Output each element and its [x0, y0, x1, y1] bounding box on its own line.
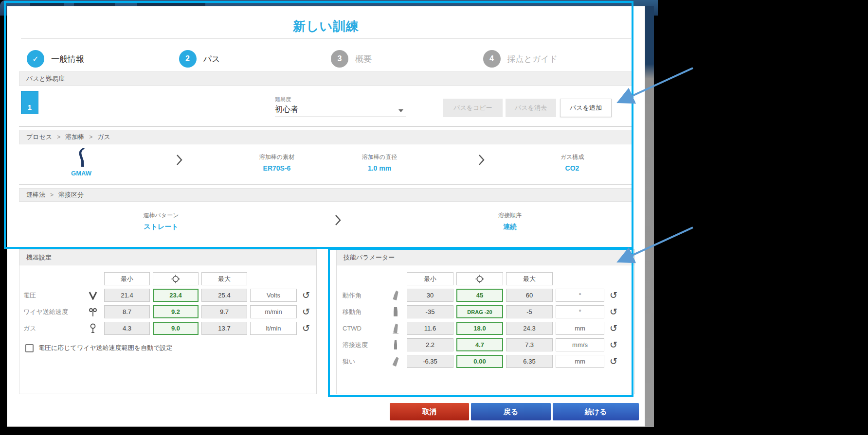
section-header-pass-difficulty: パスと難易度 [19, 71, 633, 86]
chevron-down-icon [398, 109, 403, 112]
step-overview[interactable]: 3 概要 [331, 48, 483, 70]
unit-select[interactable]: Volts [250, 289, 297, 302]
cancel-button[interactable]: 取消 [390, 403, 469, 420]
ctwd-icon [387, 323, 404, 334]
unit-select[interactable]: lt/min [250, 322, 297, 335]
travel-angle-icon [387, 307, 404, 317]
machine-settings-table: 最小 最大 電圧 21.4 23.4 [19, 272, 316, 335]
min-value[interactable]: 30 [407, 289, 453, 302]
row-label: 動作角 [343, 291, 384, 300]
max-value[interactable]: -5 [506, 305, 553, 318]
max-value[interactable]: 60 [506, 289, 553, 302]
max-value[interactable]: 6.35 [506, 355, 553, 368]
process-value: GMAW [71, 170, 91, 177]
difficulty-select[interactable]: 難易度 初心者 [275, 96, 406, 117]
back-button[interactable]: 戻る [471, 403, 551, 420]
max-value[interactable]: 9.7 [201, 305, 247, 318]
chevron-right-icon [478, 153, 486, 167]
skill-parameters-table: 最小 最大 動作角 30 45 [337, 272, 634, 368]
target-value[interactable]: 9.2 [153, 305, 199, 318]
min-value[interactable]: -35 [407, 305, 453, 318]
weave-pattern-select[interactable]: 運棒パターン ストレート [144, 211, 179, 231]
unit-select[interactable]: mm/s [556, 338, 604, 351]
pass-tab-1[interactable]: 1 [21, 91, 38, 114]
unit-select[interactable]: mm [556, 355, 604, 368]
row-label: 移動角 [343, 308, 384, 316]
reset-icon[interactable] [607, 340, 620, 349]
target-value[interactable]: 4.7 [456, 338, 503, 351]
delete-pass-button[interactable]: パスを消去 [506, 99, 556, 117]
reset-icon[interactable] [300, 324, 312, 333]
target-value[interactable]: 45 [456, 289, 503, 302]
target-value[interactable]: 9.0 [153, 322, 199, 335]
skill-parameters-panel: 技能パラメーター 最小 最大 動作角 [336, 249, 635, 394]
step-number: 2 [179, 50, 197, 68]
check-icon: ✓ [27, 50, 44, 68]
min-value[interactable]: 11.6 [407, 322, 453, 335]
target-value[interactable]: DRAG -20 [456, 305, 503, 318]
add-pass-button[interactable]: パスを追加 [560, 99, 612, 117]
background-app-edge [645, 6, 654, 427]
breadcrumb: 溶接区分 [58, 191, 84, 199]
auto-wire-speed-checkbox[interactable] [25, 344, 34, 352]
max-column-header: 最大 [506, 272, 553, 285]
step-pass[interactable]: 2 パス [179, 48, 331, 70]
breadcrumb-separator: > [50, 191, 54, 198]
checkbox-label: 電圧に応じてワイヤ送給速度範囲を自動で設定 [38, 344, 172, 352]
rod-material-select[interactable]: 溶加棒の素材 ER70S-6 [259, 153, 294, 172]
target-column-header [153, 272, 199, 285]
unit-select[interactable]: ° [556, 305, 604, 318]
machine-settings-header: 機器設定 [19, 250, 316, 265]
min-value[interactable]: 4.3 [104, 322, 150, 335]
breadcrumb: プロセス [26, 133, 52, 141]
reset-icon[interactable] [607, 324, 620, 333]
target-value[interactable]: 0.00 [456, 355, 503, 368]
breadcrumb: 溶加棒 [65, 133, 84, 141]
max-value[interactable]: 25.4 [201, 289, 247, 302]
breadcrumb: ガス [97, 133, 110, 141]
pass-row: 1 難易度 初心者 パスをコピー パスを消去 パスを追加 [19, 86, 633, 125]
weld-sequence-select[interactable]: 溶接順序 連続 [498, 211, 522, 231]
wire-feed-icon [85, 307, 101, 317]
copy-pass-button[interactable]: パスをコピー [443, 99, 503, 117]
section-header-process: プロセス > 溶加棒 > ガス [19, 130, 633, 144]
title-divider [21, 38, 631, 39]
row-label: ワイヤ送給速度 [23, 308, 82, 316]
welding-torch-icon [75, 147, 88, 168]
reset-icon[interactable] [607, 357, 620, 366]
unit-select[interactable]: ° [556, 289, 604, 302]
technique-row: 運棒パターン ストレート 溶接順序 連続 [19, 202, 633, 247]
max-value[interactable]: 7.3 [506, 338, 553, 351]
continue-button[interactable]: 続ける [553, 403, 639, 420]
step-general-info[interactable]: ✓ 一般情報 [27, 48, 179, 70]
reset-icon[interactable] [300, 291, 312, 300]
reset-icon[interactable] [300, 307, 312, 316]
target-value[interactable]: 23.4 [153, 289, 199, 302]
unit-select[interactable]: mm [556, 322, 604, 335]
max-value[interactable]: 24.3 [506, 322, 553, 335]
new-training-dialog: 新しい訓練 ✓ 一般情報 2 パス 3 概要 4 採点とガイド パスと難易度 [7, 6, 645, 427]
max-value[interactable]: 13.7 [201, 322, 247, 335]
process-select[interactable]: GMAW [71, 147, 91, 177]
unit-select[interactable]: m/min [250, 305, 297, 318]
row-label: 溶接速度 [343, 341, 384, 349]
rod-diameter-select[interactable]: 溶加棒の直径 1.0 mm [362, 153, 397, 172]
row-label: 狙い [343, 357, 384, 366]
min-value[interactable]: -6.35 [407, 355, 453, 368]
reset-icon[interactable] [607, 291, 620, 300]
min-value[interactable]: 21.4 [104, 289, 150, 302]
step-number: 3 [331, 50, 348, 68]
min-value[interactable]: 2.2 [407, 338, 453, 351]
max-column-header: 最大 [201, 272, 247, 285]
target-value[interactable]: 18.0 [456, 322, 503, 335]
gas-composition-select[interactable]: ガス構成 CO2 [561, 153, 584, 172]
reset-icon[interactable] [607, 307, 620, 316]
page-title: 新しい訓練 [7, 18, 645, 35]
auto-wire-speed-option: 電圧に応じてワイヤ送給速度範囲を自動で設定 [25, 344, 316, 352]
min-column-header: 最小 [407, 272, 453, 285]
gas-icon [85, 323, 101, 334]
step-scoring-guide[interactable]: 4 採点とガイド [483, 48, 635, 70]
skill-parameters-header: 技能パラメーター [337, 250, 634, 265]
min-value[interactable]: 8.7 [104, 305, 150, 318]
target-column-header [456, 272, 503, 285]
